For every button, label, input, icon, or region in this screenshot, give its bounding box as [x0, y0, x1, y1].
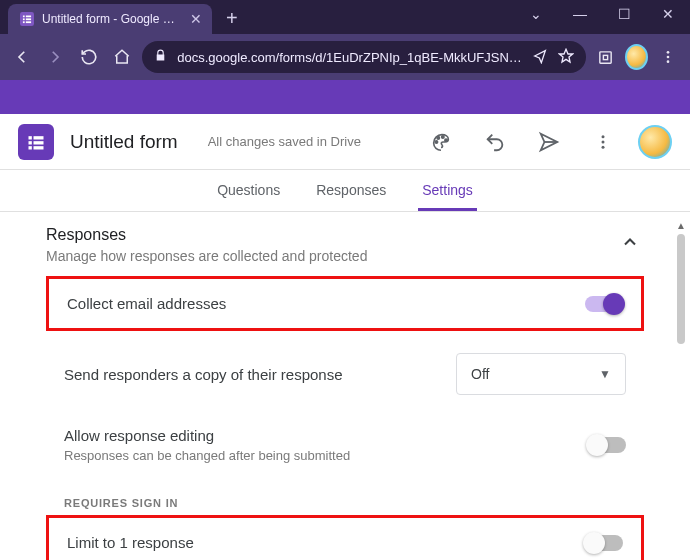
tab-questions[interactable]: Questions: [213, 182, 284, 211]
back-button[interactable]: [8, 41, 36, 73]
account-avatar[interactable]: [638, 125, 672, 159]
scroll-up-icon[interactable]: ▲: [674, 218, 688, 232]
tab-title: Untitled form - Google Forms: [42, 12, 182, 26]
settings-panel: Responses Manage how responses are colle…: [0, 212, 690, 560]
send-copy-label: Send responders a copy of their response: [64, 366, 343, 383]
svg-point-18: [435, 140, 437, 142]
allow-edit-title: Allow response editing: [64, 427, 350, 444]
svg-rect-13: [34, 136, 44, 139]
minimize-icon[interactable]: —: [558, 0, 602, 22]
svg-point-21: [445, 138, 447, 140]
scroll-thumb[interactable]: [677, 234, 685, 344]
allow-edit-toggle[interactable]: [588, 437, 626, 453]
forward-button[interactable]: [42, 41, 70, 73]
svg-rect-16: [29, 146, 32, 149]
undo-button[interactable]: [476, 123, 514, 161]
svg-point-24: [602, 145, 605, 148]
svg-point-22: [602, 135, 605, 138]
svg-rect-1: [23, 16, 25, 18]
collapse-section-icon[interactable]: [616, 228, 644, 262]
svg-rect-7: [600, 51, 611, 62]
svg-rect-3: [23, 18, 25, 20]
svg-rect-8: [604, 55, 608, 59]
tab-settings[interactable]: Settings: [418, 182, 477, 211]
star-icon[interactable]: [558, 48, 574, 67]
send-copy-value: Off: [471, 366, 489, 382]
save-status: All changes saved in Drive: [208, 134, 361, 149]
browser-tab[interactable]: Untitled form - Google Forms ✕: [8, 4, 212, 34]
tab-responses[interactable]: Responses: [312, 182, 390, 211]
limit-one-label: Limit to 1 response: [67, 534, 194, 551]
share-icon[interactable]: [532, 48, 548, 67]
svg-point-20: [442, 135, 444, 137]
tab-close-icon[interactable]: ✕: [190, 11, 202, 27]
browser-menu-icon[interactable]: [654, 41, 682, 73]
home-button[interactable]: [109, 41, 137, 73]
collect-email-toggle[interactable]: [585, 296, 623, 312]
collect-email-label: Collect email addresses: [67, 295, 226, 312]
doc-title[interactable]: Untitled form: [70, 131, 178, 153]
requires-signin-subhead: REQUIRES SIGN IN: [46, 479, 644, 511]
forms-favicon-icon: [20, 12, 34, 26]
svg-point-11: [667, 60, 670, 63]
svg-rect-12: [29, 136, 32, 139]
extensions-icon[interactable]: [592, 41, 620, 73]
theme-button[interactable]: [422, 123, 460, 161]
svg-rect-15: [34, 141, 44, 144]
form-tabs: Questions Responses Settings: [0, 170, 690, 212]
maximize-icon[interactable]: ☐: [602, 0, 646, 22]
chevron-down-icon: ▼: [599, 367, 611, 381]
section-title: Responses: [46, 226, 367, 244]
address-bar: docs.google.com/forms/d/1EuDrZPNIp_1qBE-…: [0, 34, 690, 80]
allow-edit-desc: Responses can be changed after being sub…: [64, 448, 350, 463]
section-desc: Manage how responses are collected and p…: [46, 248, 367, 264]
send-button[interactable]: [530, 123, 568, 161]
forms-logo-icon[interactable]: [18, 124, 54, 160]
more-menu-icon[interactable]: [584, 123, 622, 161]
svg-rect-2: [26, 16, 31, 18]
svg-point-10: [667, 56, 670, 59]
reload-button[interactable]: [75, 41, 103, 73]
doc-header: Untitled form All changes saved in Drive: [0, 114, 690, 170]
svg-rect-17: [34, 146, 44, 149]
chevron-down-icon[interactable]: ⌄: [514, 0, 558, 22]
svg-rect-5: [23, 21, 25, 23]
send-copy-dropdown[interactable]: Off ▼: [456, 353, 626, 395]
window-controls: ⌄ — ☐ ✕: [514, 0, 690, 34]
profile-avatar[interactable]: [625, 44, 648, 70]
highlight-limit-one: Limit to 1 response: [46, 515, 644, 560]
highlight-collect-email: Collect email addresses: [46, 276, 644, 331]
close-window-icon[interactable]: ✕: [646, 0, 690, 22]
browser-titlebar: Untitled form - Google Forms ✕ + ⌄ — ☐ ✕: [0, 0, 690, 34]
svg-point-19: [437, 136, 439, 138]
svg-rect-6: [26, 21, 31, 23]
url-text: docs.google.com/forms/d/1EuDrZPNIp_1qBE-…: [177, 50, 522, 65]
svg-rect-14: [29, 141, 32, 144]
vertical-scrollbar[interactable]: ▲: [674, 218, 688, 560]
lock-icon: [154, 49, 167, 65]
svg-rect-4: [26, 18, 31, 20]
limit-one-toggle[interactable]: [585, 535, 623, 551]
svg-point-9: [667, 51, 670, 54]
new-tab-button[interactable]: +: [212, 7, 250, 34]
svg-point-23: [602, 140, 605, 143]
omnibox[interactable]: docs.google.com/forms/d/1EuDrZPNIp_1qBE-…: [142, 41, 586, 73]
brand-strip: [0, 80, 690, 114]
